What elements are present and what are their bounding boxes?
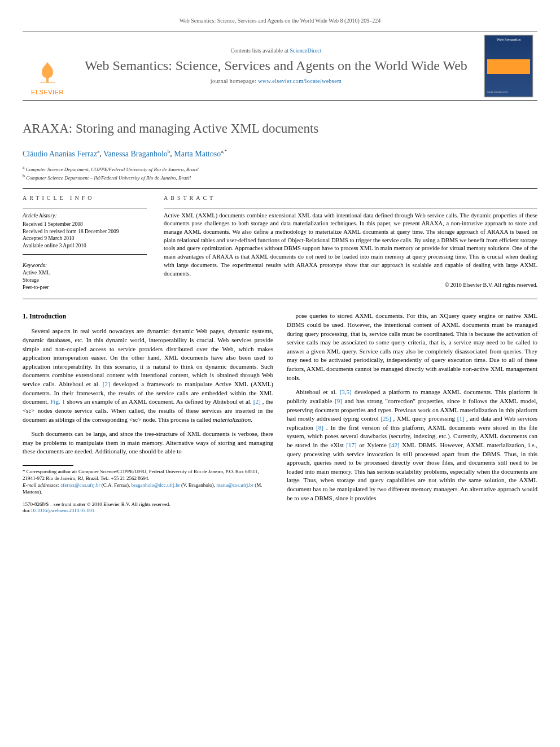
body-text: , XML query processing [393,415,457,422]
email-attribution: (C.A. Ferraz), [100,482,131,488]
emph-materialization: materialization [213,416,251,423]
citation-link[interactable]: [42] [389,442,399,448]
divider [23,188,537,189]
figure-link[interactable]: Fig. 1 [50,398,65,405]
article-info-column: ARTICLE INFO Article history: Received 1… [23,194,147,291]
keyword-item: Storage [23,277,147,284]
issn-copyright-line: 1570-8268/$ – see front matter © 2010 El… [23,501,273,508]
keyword-item: Peer-to-peer [23,284,147,291]
history-online: Available online 3 April 2010 [23,242,147,250]
body-text: . [251,416,252,423]
keyword-item: Active XML [23,269,147,277]
author-aff-mark: a,* [221,148,227,154]
journal-homepage-line: journal homepage: www.elsevier.com/locat… [77,77,475,85]
divider [23,254,147,255]
history-accepted: Accepted 9 March 2010 [23,235,147,242]
elsevier-tree-icon [34,59,61,86]
meta-abstract-row: ARTICLE INFO Article history: Received 1… [23,194,537,291]
cover-sub: WORLD WIDE WEB [487,91,530,94]
body-text: or Xyleme [359,442,389,448]
body-paragraph: pose queries to stored AXML documents. F… [287,312,537,382]
corresponding-author-note: * Corresponding author at: Computer Scie… [23,468,273,482]
section-heading-intro: 1. Introduction [23,312,273,321]
body-paragraph: Such documents can be large, and since t… [23,430,273,456]
divider [23,208,147,208]
author-link-mattoso[interactable]: Marta Mattoso [174,150,221,158]
doi-prefix: doi: [23,508,30,513]
cover-strip [487,59,530,74]
citation-link[interactable]: [9] [335,397,342,404]
author-link-braganholo[interactable]: Vanessa Braganholo [103,150,168,158]
history-head: Article history: [23,212,147,220]
citation-link[interactable]: [1] [457,415,465,422]
author-list: Cláudio Ananias Ferraza, Vanessa Braganh… [23,148,537,159]
divider [164,208,537,208]
running-head: Web Semantics: Science, Services and Age… [23,17,537,25]
affiliation-a: Computer Science Department, COPPE/Feder… [26,167,199,172]
journal-banner-center: Contents lists available at ScienceDirec… [72,32,480,100]
citation-link[interactable]: [2] [103,381,110,387]
author-aff-mark: b [168,148,170,154]
article-body: 1. Introduction Several aspects in real … [23,312,537,514]
homepage-prefix: journal homepage: [211,78,258,84]
affiliation-b: Computer Science Department – IM/Federal… [26,175,191,181]
citation-link[interactable]: [3,5] [340,388,352,395]
body-paragraph: Several aspects in real world nowadays a… [23,327,273,424]
email-link-ferraz[interactable]: cferraz@cos.ufrj.br [60,482,100,488]
body-text: shows an example of an AXML document. As… [67,398,253,405]
body-text: XML DBMS. However, AXML materialization,… [287,442,537,501]
journal-banner: ELSEVIER Contents lists available at Sci… [23,32,537,101]
journal-cover-thumb: Web Semantics WORLD WIDE WEB [480,32,537,100]
history-received: Received 1 September 2008 [23,221,147,228]
cover-title: Web Semantics [487,38,530,42]
affiliations: a Computer Science Department, COPPE/Fed… [23,165,537,181]
email-label: E-mail addresses: [23,482,59,488]
citation-link[interactable]: [8] [316,424,323,431]
footnotes-block: * Corresponding author at: Computer Scie… [23,468,273,496]
email-link-mattoso[interactable]: marta@cos.ufrj.br [216,482,253,488]
journal-homepage-link[interactable]: www.elsevier.com/locate/websem [258,78,342,84]
journal-name: Web Semantics: Science, Services and Age… [77,58,475,74]
publisher-logo: ELSEVIER [23,32,72,100]
copyright-line: © 2010 Elsevier B.V. All rights reserved… [164,281,537,289]
author-link-ferraz[interactable]: Cláudio Ananias Ferraz [23,150,97,158]
contents-prefix: Contents lists available at [230,47,290,54]
abstract-column: ABSTRACT Active XML (AXML) documents com… [164,194,537,291]
footnote-rule [23,465,73,466]
keywords-head: Keywords: [23,261,147,269]
front-matter-meta: 1570-8268/$ – see front matter © 2010 El… [23,501,273,514]
divider [23,299,537,299]
doi-link[interactable]: 10.1016/j.websem.2010.03.001 [30,508,94,513]
body-text: Several aspects in real world nowadays a… [23,327,273,387]
author-aff-mark: a [97,148,99,154]
citation-link[interactable]: [25] [380,415,391,422]
email-link-braganholo[interactable]: braganholo@dcc.ufrj.br [131,482,180,488]
article-info-head: ARTICLE INFO [23,194,147,202]
email-attribution: (V. Braganholo), [180,482,217,488]
body-text: Abiteboul et al. [295,388,339,395]
sciencedirect-link[interactable]: ScienceDirect [290,47,321,54]
history-revised: Received in revised form 18 December 200… [23,228,147,235]
body-paragraph: Abiteboul et al. [3,5] developed a platf… [287,388,537,503]
citation-link[interactable]: [2] [253,398,261,405]
article-title: ARAXA: Storing and managing Active XML d… [23,120,537,138]
citation-link[interactable]: [17] [346,442,356,448]
abstract-head: ABSTRACT [164,194,537,202]
contents-available-line: Contents lists available at ScienceDirec… [77,47,475,55]
abstract-text: Active XML (AXML) documents combine exte… [164,212,537,278]
publisher-name: ELSEVIER [31,88,64,97]
